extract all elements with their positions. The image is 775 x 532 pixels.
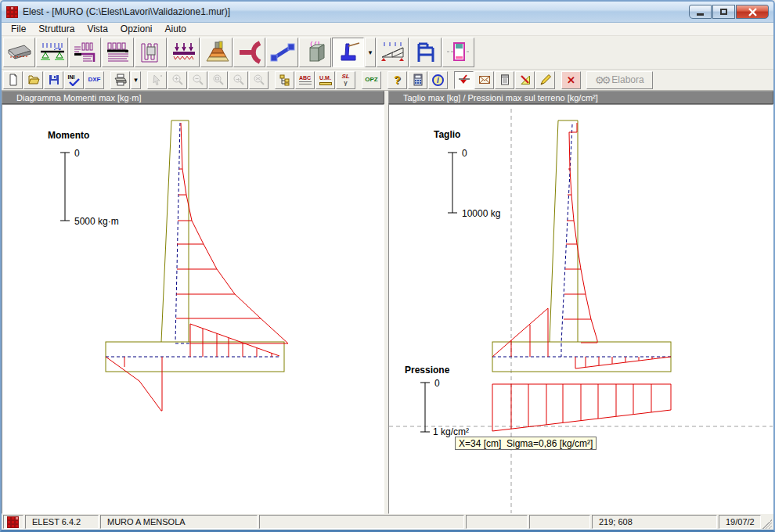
elabora-button[interactable]: ⚙⚙ Elabora — [586, 71, 653, 89]
panel-taglio-pressioni: Taglio max [kg] / Pressioni max sul terr… — [388, 91, 773, 514]
status-date: 19/07/2 — [719, 515, 761, 529]
beam-button[interactable] — [266, 38, 298, 67]
status-model: MURO A MENSOLA — [100, 515, 258, 529]
status-message — [259, 515, 464, 529]
loads-button[interactable] — [168, 38, 200, 67]
beam-icon — [269, 41, 296, 64]
momento-scale-zero: 0 — [74, 148, 80, 159]
status-empty-2 — [529, 515, 590, 529]
menu-aiuto[interactable]: Aiuto — [159, 23, 193, 35]
save-button[interactable] — [44, 71, 63, 89]
sigma-tooltip: X=34 [cm] Sigma=0,86 [kg/cm²] — [455, 437, 597, 450]
panel-taglio-header: Taglio max [kg] / Pressioni max sul terr… — [388, 91, 773, 104]
chevron-down-icon: ▾ — [369, 49, 373, 56]
momento-scale-max: 5000 kg·m — [74, 216, 119, 227]
zoom-out-button-disabled[interactable] — [188, 71, 207, 89]
slope-loads-button[interactable] — [377, 38, 409, 67]
plinth-icon — [204, 41, 230, 64]
panel-momenti: Diagramma Momenti max [kg·m] Momento 0 5… — [2, 91, 384, 514]
materials-button[interactable]: SL γ — [336, 71, 355, 89]
calculator-button[interactable] — [408, 71, 427, 89]
wall-plan-icon — [138, 41, 164, 64]
menu-vista[interactable]: Vista — [81, 23, 114, 35]
node-button[interactable] — [233, 38, 265, 67]
resize-grip[interactable] — [762, 519, 772, 529]
close-view-button[interactable]: ✕ — [561, 71, 581, 89]
print-button[interactable] — [110, 71, 130, 89]
pencil-icon — [539, 74, 552, 86]
deck-button[interactable] — [3, 38, 35, 67]
menu-struttura[interactable]: Struttura — [32, 23, 81, 35]
zoom-window-button-disabled[interactable] — [208, 71, 228, 89]
abc-icon: ABC — [299, 75, 312, 81]
pressione-scale-zero: 0 — [434, 378, 440, 389]
report-button[interactable] — [495, 71, 514, 89]
retaining-wall-button[interactable] — [332, 38, 364, 67]
dxf-icon: DXF — [88, 77, 101, 83]
taglio-scale-zero: 0 — [462, 148, 467, 159]
column-button[interactable] — [299, 38, 331, 67]
diagram-button-active[interactable] — [454, 71, 474, 89]
zoom-in-button-disabled[interactable] — [168, 71, 187, 89]
wall-outline-right — [492, 120, 671, 372]
new-button[interactable] — [3, 71, 23, 89]
select-icon — [151, 74, 164, 86]
maximize-button[interactable] — [712, 5, 735, 19]
wall-plan-button[interactable] — [135, 38, 167, 67]
um-button[interactable]: U.M. — [315, 71, 335, 89]
loads-icon — [171, 41, 197, 64]
close-button[interactable] — [736, 5, 769, 19]
maximize-icon — [720, 9, 727, 15]
info-button[interactable]: i — [428, 71, 448, 89]
zoom-in-icon — [171, 74, 184, 86]
calculator-icon — [412, 74, 424, 86]
opz-icon: OPZ — [365, 77, 377, 83]
ini-button[interactable]: INI — [64, 71, 84, 89]
momento-scale-label: Momento — [48, 130, 89, 141]
retaining-wall-dropdown[interactable]: ▾ — [365, 38, 376, 67]
floor-plan-button[interactable] — [69, 38, 101, 67]
tree-icon — [279, 74, 291, 86]
zoom-extents-button-disabled[interactable] — [249, 71, 269, 89]
taglio-canvas[interactable]: Taglio 0 10000 kg Pressione 0 1 kg/cm² — [388, 104, 773, 514]
select-button-disabled[interactable] — [147, 71, 167, 89]
envelope-button[interactable] — [474, 71, 494, 89]
beam-supports-button[interactable] — [36, 38, 68, 67]
plinth-button[interactable] — [200, 38, 232, 67]
axis-lines-right — [492, 124, 671, 357]
slab-plan-button[interactable] — [102, 38, 134, 67]
minimize-button[interactable] — [689, 5, 712, 19]
dxf-button[interactable]: DXF — [85, 71, 104, 89]
title-bar[interactable]: Elest - [MURO (C:\Elest\Lavori\Validazio… — [2, 2, 773, 23]
help-icon: ? — [394, 74, 401, 86]
sketch-button[interactable] — [535, 71, 555, 89]
check-icon — [69, 78, 80, 86]
status-coordinates: 219; 608 — [592, 515, 717, 529]
frame-icon — [413, 41, 439, 64]
options-button[interactable]: OPZ — [362, 71, 381, 89]
help-button[interactable]: ? — [388, 71, 407, 89]
print-dropdown[interactable]: ▾ — [131, 71, 141, 89]
menu-file[interactable]: File — [5, 23, 32, 35]
momenti-canvas[interactable]: Momento 0 5000 kg·m — [2, 104, 384, 514]
shear-pressure-diagram — [492, 123, 671, 431]
verify-drawing-button[interactable] — [515, 71, 535, 89]
tree-button[interactable] — [275, 71, 294, 89]
frame-button[interactable] — [409, 38, 442, 67]
menu-opzioni[interactable]: Opzioni — [114, 23, 159, 35]
abc-button[interactable]: ABC — [295, 71, 315, 89]
envelope-icon — [478, 74, 491, 86]
section-icon — [445, 41, 472, 64]
zoom-previous-button-disabled[interactable] — [229, 71, 248, 89]
taglio-scale-label: Taglio — [434, 129, 460, 140]
section-button[interactable] — [442, 38, 474, 67]
slab-plan-icon — [105, 41, 132, 64]
minimize-icon — [697, 13, 704, 16]
status-logo — [3, 515, 23, 529]
open-button[interactable] — [23, 71, 43, 89]
report-icon — [499, 74, 511, 86]
column-icon — [302, 41, 329, 64]
close-icon — [748, 8, 757, 16]
app-logo-icon — [6, 6, 18, 18]
floor-plan-icon — [72, 41, 99, 64]
